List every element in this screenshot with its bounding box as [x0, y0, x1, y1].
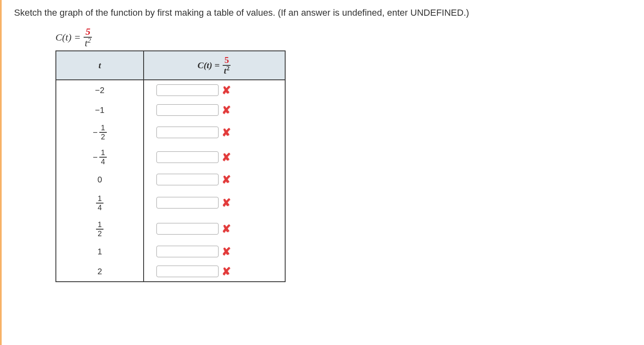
equation-den-exp: 2 [88, 36, 91, 44]
table-row: 2✘ [56, 261, 285, 282]
equation-denominator: t2 [83, 38, 93, 48]
equation-fraction: 5 t2 [83, 26, 93, 48]
t-frac-num: 1 [99, 149, 107, 158]
answer-cell: ✘ [144, 216, 285, 242]
wrong-icon: ✘ [222, 174, 231, 185]
table-row: 1✘ [56, 242, 285, 261]
header-ct-den: t2 [222, 66, 231, 75]
t-value-cell: −1 [56, 100, 144, 120]
t-fraction: 14 [99, 149, 107, 165]
wrong-icon: ✘ [222, 246, 231, 257]
table-row: −12✘ [56, 120, 285, 145]
t-value: 0 [97, 175, 102, 184]
answer-cell: ✘ [144, 80, 285, 100]
table-row: 14✘ [56, 189, 285, 216]
t-value-cell: −14 [56, 145, 144, 170]
t-frac-den: 4 [96, 204, 103, 211]
t-value: −2 [95, 86, 105, 95]
answer-input[interactable] [156, 151, 219, 163]
t-value-cell: 14 [56, 189, 144, 216]
answer-input[interactable] [156, 84, 219, 96]
table-row: 12✘ [56, 216, 285, 242]
wrong-icon: ✘ [222, 197, 231, 208]
answer-cell: ✘ [144, 100, 285, 120]
answer-cell: ✘ [144, 189, 285, 216]
t-value: −1 [95, 105, 105, 115]
header-t: t [56, 51, 144, 80]
t-sign: − [93, 153, 98, 162]
question-container: Sketch the graph of the function by firs… [0, 0, 644, 345]
answer-input[interactable] [156, 127, 219, 138]
answer-input[interactable] [156, 266, 219, 277]
answer-cell: ✘ [144, 170, 285, 189]
t-frac-num: 1 [96, 221, 103, 230]
t-value-cell: 1 [56, 242, 144, 261]
answer-input[interactable] [156, 197, 219, 208]
wrong-icon: ✘ [222, 223, 231, 234]
t-sign: − [93, 128, 98, 137]
question-prompt: Sketch the graph of the function by firs… [14, 7, 644, 18]
table-row: −1✘ [56, 100, 285, 120]
answer-input[interactable] [156, 223, 219, 235]
wrong-icon: ✘ [222, 85, 231, 96]
t-value-cell: 2 [56, 261, 144, 282]
t-frac-den: 4 [99, 158, 107, 165]
values-table: t C(t) = 5 t2 −2✘−1✘−12✘−14✘0✘14✘1 [55, 50, 286, 282]
answer-input[interactable] [156, 246, 219, 257]
t-fraction: 14 [96, 195, 103, 211]
t-fraction: 12 [96, 221, 103, 237]
header-ct-den-exp: 2 [226, 65, 230, 72]
t-value-cell: −2 [56, 80, 144, 100]
t-value-cell: 0 [56, 170, 144, 189]
equation-numerator: 5 [84, 26, 92, 38]
equation-lhs: C(t) = [55, 32, 81, 43]
table-row: −2✘ [56, 80, 285, 100]
answer-cell: ✘ [144, 145, 285, 170]
wrong-icon: ✘ [222, 105, 231, 115]
answer-cell: ✘ [144, 242, 285, 261]
wrong-icon: ✘ [222, 127, 231, 138]
t-value: 2 [97, 267, 102, 276]
table-row: −14✘ [56, 145, 285, 170]
answer-cell: ✘ [144, 120, 285, 145]
wrong-icon: ✘ [222, 266, 231, 277]
answer-cell: ✘ [144, 261, 285, 282]
header-ct-fraction: 5 t2 [222, 55, 231, 75]
t-frac-den: 2 [96, 230, 103, 237]
t-value-cell: 12 [56, 216, 144, 242]
t-frac-den: 2 [99, 133, 107, 141]
table-row: 0✘ [56, 170, 285, 189]
t-value-cell: −12 [56, 120, 144, 145]
wrong-icon: ✘ [222, 152, 231, 163]
answer-input[interactable] [156, 104, 219, 116]
t-value: 1 [97, 247, 102, 256]
function-equation: C(t) = 5 t2 [14, 26, 644, 48]
header-ct-lhs: C(t) = [197, 60, 219, 71]
equation-den-base: t [85, 38, 88, 48]
header-ct: C(t) = 5 t2 [144, 51, 285, 80]
t-frac-num: 1 [99, 124, 107, 133]
t-frac-num: 1 [96, 195, 103, 204]
t-fraction: 12 [99, 124, 107, 141]
answer-input[interactable] [156, 174, 219, 185]
